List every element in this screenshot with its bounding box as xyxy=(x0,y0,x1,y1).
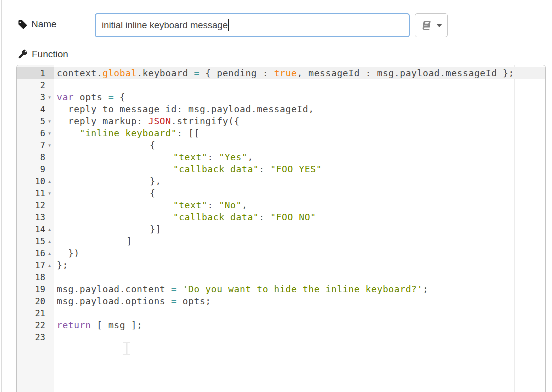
gutter-line-8[interactable]: 8 xyxy=(17,151,54,163)
fold-close-icon[interactable]: ▴ xyxy=(45,223,54,235)
code-token: [ msg ]; xyxy=(91,320,143,330)
line-number: 9 xyxy=(17,164,45,174)
code-line-17[interactable]: }; xyxy=(57,259,545,271)
line-number: 19 xyxy=(17,284,45,294)
fold-close-icon[interactable]: ▴ xyxy=(45,235,54,247)
code-token: }; xyxy=(57,260,68,270)
code-token: : xyxy=(207,152,219,162)
function-label: Function xyxy=(18,49,68,60)
editor-gutter[interactable]: 123▾45▾6▾7▾8910▴11▾121314▴15▴16▴17▴18192… xyxy=(17,65,54,392)
code-line-8[interactable]: "text": "Yes", xyxy=(57,151,545,163)
code-line-22[interactable]: return [ msg ]; xyxy=(57,319,545,331)
line-number: 20 xyxy=(17,296,45,306)
code-line-12[interactable]: "text": "No", xyxy=(57,199,545,211)
fold-close-icon[interactable]: ▴ xyxy=(45,247,54,259)
code-line-15[interactable]: ] xyxy=(57,235,545,247)
code-line-7[interactable]: { xyxy=(57,139,545,151)
code-token: context. xyxy=(57,68,103,78)
name-label-text: Name xyxy=(31,19,57,30)
gutter-line-14[interactable]: 14▴ xyxy=(17,223,54,235)
line-number: 13 xyxy=(17,212,45,222)
gutter-line-2[interactable]: 2 xyxy=(17,79,54,91)
fold-close-icon[interactable]: ▴ xyxy=(45,259,54,271)
line-number: 22 xyxy=(17,320,45,330)
name-input[interactable]: initial inline keyboard message xyxy=(95,13,410,37)
code-line-4[interactable]: reply_to_message_id: msg.payload.message… xyxy=(57,103,545,115)
code-line-11[interactable]: { xyxy=(57,187,545,199)
code-token xyxy=(59,212,173,222)
code-token: = xyxy=(108,92,114,102)
code-line-3[interactable]: var opts = { xyxy=(57,91,545,103)
gutter-line-21[interactable]: 21 xyxy=(17,307,54,319)
code-line-1[interactable]: context.global.keyboard = { pending : tr… xyxy=(54,67,545,79)
tag-icon xyxy=(18,20,27,29)
code-token xyxy=(57,128,80,138)
gutter-line-4[interactable]: 4 xyxy=(17,103,54,115)
code-token: global xyxy=(103,68,137,78)
gutter-line-23[interactable]: 23 xyxy=(17,331,54,343)
line-number: 21 xyxy=(17,308,45,318)
code-line-20[interactable]: msg.payload.options = opts; xyxy=(57,295,545,307)
code-line-14[interactable]: }] xyxy=(57,223,545,235)
code-token: { xyxy=(58,140,155,150)
fold-open-icon[interactable]: ▾ xyxy=(45,127,54,139)
code-token: }) xyxy=(57,248,80,258)
gutter-line-7[interactable]: 7▾ xyxy=(17,139,54,151)
fold-close-icon[interactable]: ▴ xyxy=(45,175,54,187)
code-token: "callback_data" xyxy=(173,164,259,174)
fold-open-icon[interactable]: ▾ xyxy=(45,139,54,151)
function-label-text: Function xyxy=(32,49,68,60)
line-number: 18 xyxy=(17,272,45,282)
code-line-6[interactable]: "inline_keyboard": [[ xyxy=(57,127,545,139)
line-number: 1 xyxy=(17,68,45,78)
gutter-line-22[interactable]: 22 xyxy=(17,319,54,331)
code-line-10[interactable]: }, xyxy=(57,175,545,187)
gutter-line-15[interactable]: 15▴ xyxy=(17,235,54,247)
code-line-19[interactable]: msg.payload.content = 'Do you want to hi… xyxy=(57,283,545,295)
code-line-16[interactable]: }) xyxy=(57,247,545,259)
mouse-ibeam-cursor xyxy=(121,341,132,356)
fold-open-icon[interactable]: ▾ xyxy=(45,187,54,199)
gutter-line-17[interactable]: 17▴ xyxy=(17,259,54,271)
library-button[interactable] xyxy=(415,13,448,37)
gutter-line-5[interactable]: 5▾ xyxy=(17,115,54,127)
gutter-line-20[interactable]: 20 xyxy=(17,295,54,307)
code-line-21[interactable] xyxy=(57,307,545,319)
code-token: return xyxy=(57,320,91,330)
code-token xyxy=(177,284,182,294)
fold-open-icon[interactable]: ▾ xyxy=(45,91,54,103)
gutter-line-16[interactable]: 16▴ xyxy=(17,247,54,259)
gutter-line-13[interactable]: 13 xyxy=(17,211,54,223)
fold-open-icon[interactable]: ▾ xyxy=(45,115,54,127)
code-token: "text" xyxy=(173,152,208,162)
line-number: 23 xyxy=(17,332,45,342)
gutter-line-19[interactable]: 19 xyxy=(17,283,54,295)
gutter-line-6[interactable]: 6▾ xyxy=(17,127,54,139)
code-token: reply_markup: xyxy=(57,116,148,126)
gutter-line-12[interactable]: 12 xyxy=(17,199,54,211)
gutter-line-18[interactable]: 18 xyxy=(17,271,54,283)
code-token: { xyxy=(114,92,125,102)
gutter-line-9[interactable]: 9 xyxy=(17,163,54,175)
gutter-line-11[interactable]: 11▾ xyxy=(17,187,54,199)
code-token: : xyxy=(259,164,270,174)
code-token: : [[ xyxy=(177,128,200,138)
code-token: { xyxy=(58,188,155,198)
gutter-line-3[interactable]: 3▾ xyxy=(17,91,54,103)
wrench-icon xyxy=(18,49,28,59)
code-token: "No" xyxy=(219,200,242,210)
code-line-5[interactable]: reply_markup: JSON.stringify({ xyxy=(57,115,545,127)
code-token: "FOO YES" xyxy=(270,164,322,174)
code-line-13[interactable]: "callback_data": "FOO NO" xyxy=(57,211,545,223)
gutter-line-1[interactable]: 1 xyxy=(17,67,54,79)
code-line-18[interactable] xyxy=(57,271,545,283)
code-editor[interactable]: 123▾45▾6▾7▾8910▴11▾121314▴15▴16▴17▴18192… xyxy=(16,65,546,392)
code-token: "callback_data" xyxy=(173,212,259,222)
code-token: msg.payload.options xyxy=(57,296,171,306)
code-line-9[interactable]: "callback_data": "FOO YES" xyxy=(57,163,545,175)
code-line-2[interactable] xyxy=(57,79,545,91)
code-token xyxy=(59,200,173,210)
code-token: reply_to_message_id: msg.payload.message… xyxy=(57,104,314,114)
code-token: msg.payload.content xyxy=(57,284,171,294)
gutter-line-10[interactable]: 10▴ xyxy=(17,175,54,187)
